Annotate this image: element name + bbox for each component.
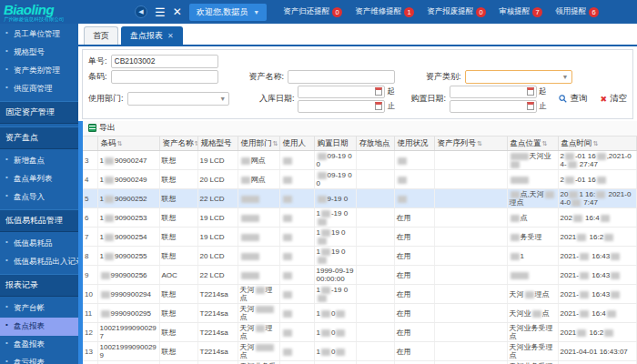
- notice-label: 资产维修提醒: [355, 6, 401, 17]
- order-no-input[interactable]: [111, 55, 218, 68]
- notice-badge: 7: [532, 7, 542, 17]
- table-row[interactable]: 3190900247联想19 LCD网点09-19 00天河业2-01 16,2…: [83, 151, 637, 170]
- table-row[interactable]: 7190900254联想19 LCD119 0在用务受理2021 16:2: [83, 228, 637, 247]
- table-cell: [238, 189, 279, 208]
- table-cell: [356, 304, 394, 323]
- asset-name-input[interactable]: [288, 70, 395, 84]
- table-row[interactable]: 4190900249联想20 LCD网点09-19 002-01 16: [83, 170, 637, 189]
- column-header[interactable]: 盘点位置⇅: [507, 136, 558, 151]
- table-cell: 2021 16:2: [558, 228, 637, 247]
- column-header[interactable]: 使用人: [279, 136, 314, 151]
- tab-1[interactable]: 盘点报表✕: [121, 26, 183, 45]
- column-header[interactable]: 条码⇅: [97, 136, 159, 151]
- tab-0[interactable]: 首页: [84, 26, 118, 45]
- calendar-icon[interactable]: [527, 102, 534, 110]
- user-menu[interactable]: 欢迎您,数据员 ▼: [189, 4, 267, 21]
- in-date-to-input[interactable]: [298, 100, 385, 113]
- notice-item-4[interactable]: 领用提醒6: [555, 6, 599, 17]
- tab-close-icon[interactable]: ✕: [167, 32, 174, 40]
- redacted-blur: [256, 344, 274, 351]
- calendar-icon[interactable]: [527, 87, 534, 96]
- redacted-blur: [241, 177, 250, 184]
- export-button[interactable]: 导出: [88, 122, 116, 134]
- sidebar-item-16[interactable]: 盘亏报表: [0, 354, 78, 364]
- table-row[interactable]: 5190900252联想22 LCD9-19 0点,天河理点201 16: 20…: [83, 189, 637, 208]
- redacted-blur: [511, 234, 520, 241]
- notice-badge: 1: [404, 7, 414, 17]
- table-cell: 9-19 0: [314, 189, 356, 208]
- table-cell: 2021- 16:43: [558, 266, 637, 285]
- sidebar-item-15[interactable]: 盘盈报表: [0, 336, 78, 354]
- asset-type-select[interactable]: ▼: [465, 70, 572, 84]
- notice-label: 领用提醒: [555, 6, 586, 17]
- calendar-icon[interactable]: [375, 102, 382, 110]
- column-header[interactable]: 购置日期: [314, 136, 356, 151]
- column-header[interactable]: 存放地点: [356, 136, 394, 151]
- sidebar-item-13[interactable]: 资产台帐: [0, 299, 78, 318]
- barcode-input[interactable]: [111, 70, 218, 84]
- table-row[interactable]: 12100219990900297联想T2214sa天河理点10在用天河业务受理…: [83, 323, 637, 342]
- search-button[interactable]: 查询: [559, 93, 587, 105]
- column-header[interactable]: 资产名称⇅: [159, 136, 197, 151]
- table-toolbar: 导出: [83, 121, 637, 136]
- buy-date-from-input[interactable]: [450, 86, 537, 98]
- table-cell: [356, 228, 394, 247]
- notice-item-2[interactable]: 资产报废提醒0: [427, 6, 486, 17]
- redacted-blur: [283, 291, 292, 298]
- table-cell: 联想: [159, 323, 197, 342]
- asset-name-label: 资产名称:: [249, 71, 285, 83]
- table-row[interactable]: 9990900256AOC22 LCD1999-09-19 00:00:00在用…: [83, 266, 637, 285]
- redacted-blur: [321, 310, 330, 318]
- column-header[interactable]: 规格型号: [197, 136, 238, 151]
- table-cell: 190900252: [97, 189, 159, 208]
- menu-icon[interactable]: ☰: [155, 5, 166, 19]
- range-from-label: 起: [539, 86, 547, 97]
- notice-item-0[interactable]: 资产归还提醒0: [283, 6, 342, 17]
- in-date-from-input[interactable]: [298, 86, 385, 98]
- sidebar-item-6[interactable]: 新增盘点: [0, 152, 78, 170]
- sidebar-collapse-button[interactable]: ◀: [135, 5, 147, 18]
- sidebar-item-7[interactable]: 盘点单列表: [0, 170, 78, 188]
- sidebar-item-8[interactable]: 盘点导入: [0, 188, 78, 207]
- table-row[interactable]: 6190900253联想19 LCD1-19 0在用点202 16:4: [83, 208, 637, 228]
- sidebar-group-header-9[interactable]: 低值易耗品管理: [0, 209, 78, 232]
- redacted-blur: [283, 253, 292, 260]
- sidebar-group-header-12[interactable]: 报表记录: [0, 274, 78, 297]
- redacted-blur: [105, 234, 114, 241]
- notice-item-1[interactable]: 资产维修提醒1: [355, 6, 414, 17]
- column-header[interactable]: 资产序列号⇅: [434, 136, 507, 151]
- redacted-blur: [511, 253, 520, 260]
- table-row[interactable]: 8190900255联想20 LCD119 0在用12021- 16:43: [83, 247, 637, 266]
- redacted-blur: [256, 306, 274, 313]
- sidebar-item-10[interactable]: 低值易耗品: [0, 235, 78, 253]
- table-cell: 天河业点: [507, 304, 558, 323]
- column-header[interactable]: 盘点时间⇅: [558, 136, 637, 151]
- table-row[interactable]: 109990900294联想T2214sa天河理点1-19 0在用天河理点202…: [83, 285, 637, 304]
- sidebar-item-2[interactable]: 资产类别管理: [0, 62, 78, 80]
- sidebar-item-3[interactable]: 供应商管理: [0, 80, 78, 98]
- clear-button[interactable]: ✖ 清空: [600, 93, 627, 105]
- row-number: 7: [83, 228, 97, 247]
- buy-date-to-input[interactable]: [450, 100, 537, 113]
- notice-item-3[interactable]: 审核提醒7: [499, 6, 542, 17]
- redacted-blur: [256, 325, 265, 332]
- column-header[interactable]: 使用部门⇅: [238, 136, 279, 151]
- use-dept-select[interactable]: ▼: [127, 92, 230, 106]
- sort-icon: ⇅: [117, 140, 123, 147]
- close-icon[interactable]: ✕: [173, 5, 182, 18]
- column-header[interactable]: 使用状况: [394, 136, 434, 151]
- sidebar-group-header-4[interactable]: 固定资产管理: [0, 101, 78, 124]
- sidebar-group-header-5[interactable]: 资产盘点: [0, 126, 78, 149]
- table-row[interactable]: 13100219990900299联想T2214sa天河点10在用天河业务受理点…: [83, 342, 637, 361]
- sidebar-item-1[interactable]: 规格型号: [0, 44, 78, 62]
- table-row[interactable]: 119990900295联想T2214sa天河点10在用天河业点2021- 16…: [83, 304, 637, 323]
- redacted-blur: [321, 349, 330, 356]
- table-cell: 在用: [394, 342, 434, 361]
- calendar-icon[interactable]: [375, 87, 382, 96]
- sidebar-item-11[interactable]: 低值易耗品出入记录: [0, 253, 78, 271]
- redacted-blur: [577, 234, 586, 241]
- row-number: 6: [83, 208, 97, 228]
- sidebar-item-0[interactable]: 员工单位管理: [0, 25, 78, 44]
- table-cell: 务受理: [507, 228, 558, 247]
- sidebar-item-14[interactable]: 盘点报表: [0, 318, 78, 336]
